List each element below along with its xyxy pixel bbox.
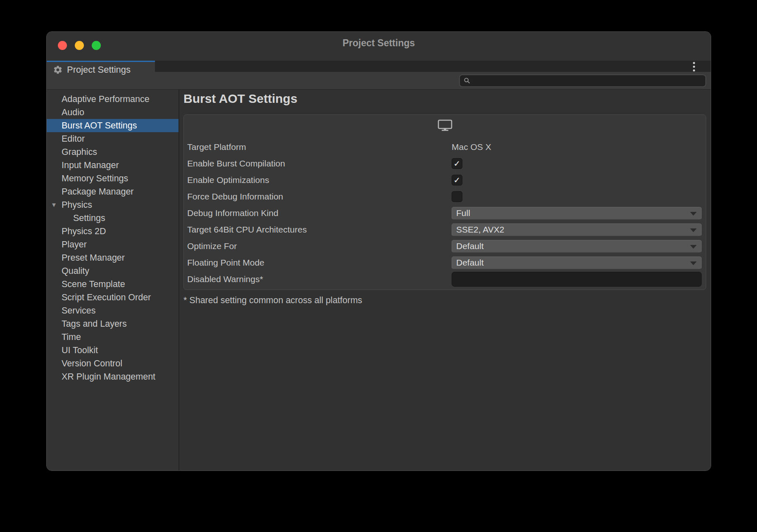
sidebar-item-label: Quality bbox=[62, 266, 89, 276]
foldout-triangle-icon[interactable]: ▼ bbox=[51, 198, 57, 211]
sidebar-item-settings[interactable]: Settings bbox=[47, 211, 179, 225]
tab-label: Project Settings bbox=[67, 64, 131, 75]
target-64bit-cpu-architectures-dropdown[interactable]: SSE2, AVX2 bbox=[452, 223, 702, 236]
sidebar-item-version-control[interactable]: Version Control bbox=[47, 357, 179, 370]
setting-label: Enable Burst Compilation bbox=[187, 159, 452, 169]
project-settings-window: Project Settings Project Settings Adapti… bbox=[46, 31, 711, 471]
kebab-menu-icon[interactable] bbox=[688, 61, 699, 72]
main-panel: Burst AOT Settings Target PlatformMac OS… bbox=[179, 90, 711, 471]
sidebar-item-tags-and-layers[interactable]: Tags and Layers bbox=[47, 317, 179, 330]
dropdown-arrow-icon bbox=[690, 245, 697, 249]
tab-project-settings[interactable]: Project Settings bbox=[47, 61, 155, 77]
setting-label: Enable Optimizations bbox=[187, 175, 452, 185]
tab-strip bbox=[155, 61, 711, 72]
setting-row-floating-point-mode: Floating Point ModeDefault bbox=[184, 254, 706, 271]
force-debug-information-checkbox[interactable] bbox=[452, 191, 462, 202]
dropdown-selected-value: SSE2, AVX2 bbox=[456, 225, 504, 235]
sidebar-item-physics[interactable]: ▼Physics bbox=[47, 198, 179, 211]
setting-value bbox=[452, 191, 702, 202]
search-box[interactable] bbox=[459, 74, 706, 87]
sidebar-item-xr-plugin-management[interactable]: XR Plugin Management bbox=[47, 370, 179, 383]
setting-label: Target 64Bit CPU Architectures bbox=[187, 225, 452, 235]
setting-value bbox=[452, 272, 702, 287]
dropdown-selected-value: Full bbox=[456, 208, 470, 218]
setting-label: Disabled Warnings* bbox=[187, 274, 452, 284]
sidebar-item-burst-aot-settings[interactable]: Burst AOT Settings bbox=[47, 119, 179, 132]
debug-information-kind-dropdown[interactable]: Full bbox=[452, 207, 702, 220]
dropdown-selected-value: Default bbox=[456, 241, 484, 251]
sidebar-item-adaptive-performance[interactable]: Adaptive Performance bbox=[47, 93, 179, 106]
sidebar-item-label: Scene Template bbox=[62, 279, 125, 289]
burst-settings-panel: Target PlatformMac OS XEnable Burst Comp… bbox=[183, 114, 706, 290]
checkmark-icon: ✓ bbox=[454, 176, 461, 184]
setting-value: ✓ bbox=[452, 175, 702, 185]
sidebar-item-package-manager[interactable]: Package Manager bbox=[47, 185, 179, 198]
search-input[interactable] bbox=[473, 76, 705, 86]
sidebar-item-label: Burst AOT Settings bbox=[62, 121, 137, 131]
page-title: Burst AOT Settings bbox=[183, 92, 298, 106]
settings-rows: Target PlatformMac OS XEnable Burst Comp… bbox=[184, 136, 706, 287]
sidebar-item-label: Input Manager bbox=[62, 160, 119, 170]
sidebar-item-time[interactable]: Time bbox=[47, 330, 179, 344]
settings-sidebar: Adaptive PerformanceAudioBurst AOT Setti… bbox=[47, 90, 179, 471]
setting-label: Floating Point Mode bbox=[187, 258, 452, 268]
setting-row-debug-information-kind: Debug Information KindFull bbox=[184, 205, 706, 221]
search-icon bbox=[464, 77, 471, 84]
platform-tab-bar bbox=[184, 115, 706, 136]
sidebar-item-services[interactable]: Services bbox=[47, 304, 179, 317]
setting-label: Optimize For bbox=[187, 241, 452, 251]
enable-burst-compilation-checkbox[interactable]: ✓ bbox=[452, 158, 462, 169]
sidebar-item-label: Script Execution Order bbox=[62, 292, 151, 302]
setting-value: Default bbox=[452, 240, 702, 253]
sidebar-item-audio[interactable]: Audio bbox=[47, 106, 179, 119]
window-title: Project Settings bbox=[47, 38, 711, 49]
setting-value: Mac OS X bbox=[452, 142, 702, 152]
title-bar: Project Settings bbox=[47, 32, 711, 61]
dropdown-arrow-icon bbox=[690, 261, 697, 265]
optimize-for-dropdown[interactable]: Default bbox=[452, 240, 702, 253]
setting-row-enable-burst-compilation: Enable Burst Compilation✓ bbox=[184, 155, 706, 172]
sidebar-item-script-execution-order[interactable]: Script Execution Order bbox=[47, 291, 179, 304]
gear-icon bbox=[53, 65, 63, 75]
setting-label: Debug Information Kind bbox=[187, 208, 452, 218]
sidebar-item-label: Editor bbox=[62, 134, 85, 144]
sidebar-item-label: Memory Settings bbox=[62, 173, 128, 183]
sidebar-item-label: Services bbox=[62, 306, 95, 316]
setting-row-target-platform: Target PlatformMac OS X bbox=[184, 139, 706, 155]
sidebar-item-memory-settings[interactable]: Memory Settings bbox=[47, 172, 179, 185]
target-platform-value: Mac OS X bbox=[452, 142, 491, 152]
sidebar-item-label: Version Control bbox=[62, 359, 122, 368]
sidebar-item-physics-2d[interactable]: Physics 2D bbox=[47, 225, 179, 238]
sidebar-item-preset-manager[interactable]: Preset Manager bbox=[47, 251, 179, 264]
setting-row-target-64bit-cpu-architectures: Target 64Bit CPU ArchitecturesSSE2, AVX2 bbox=[184, 221, 706, 238]
sidebar-item-graphics[interactable]: Graphics bbox=[47, 145, 179, 159]
sidebar-item-label: UI Toolkit bbox=[62, 345, 98, 355]
sidebar-item-label: Time bbox=[62, 332, 81, 342]
dropdown-selected-value: Default bbox=[456, 258, 484, 268]
floating-point-mode-dropdown[interactable]: Default bbox=[452, 256, 702, 269]
sidebar-item-label: Package Manager bbox=[62, 187, 134, 197]
setting-value: ✓ bbox=[452, 158, 702, 169]
dropdown-arrow-icon bbox=[690, 228, 697, 232]
monitor-icon[interactable] bbox=[438, 119, 452, 131]
sidebar-item-label: Physics bbox=[62, 200, 92, 210]
sidebar-item-ui-toolkit[interactable]: UI Toolkit bbox=[47, 344, 179, 357]
sidebar-item-player[interactable]: Player bbox=[47, 238, 179, 251]
tab-toolbar-zone: Project Settings bbox=[47, 61, 711, 89]
sidebar-item-editor[interactable]: Editor bbox=[47, 132, 179, 145]
sidebar-item-label: Adaptive Performance bbox=[62, 94, 150, 104]
setting-value: SSE2, AVX2 bbox=[452, 223, 702, 236]
setting-row-enable-optimizations: Enable Optimizations✓ bbox=[184, 172, 706, 188]
sidebar-item-scene-template[interactable]: Scene Template bbox=[47, 278, 179, 291]
enable-optimizations-checkbox[interactable]: ✓ bbox=[452, 175, 462, 185]
sidebar-item-input-manager[interactable]: Input Manager bbox=[47, 159, 179, 172]
sidebar-item-label: Preset Manager bbox=[62, 253, 125, 263]
setting-value: Full bbox=[452, 207, 702, 220]
dropdown-arrow-icon bbox=[690, 212, 697, 216]
sidebar-item-label: Tags and Layers bbox=[62, 319, 127, 329]
sidebar-item-quality[interactable]: Quality bbox=[47, 264, 179, 278]
sidebar-item-label: Settings bbox=[73, 213, 105, 223]
sidebar-item-label: Player bbox=[62, 240, 87, 249]
setting-row-disabled-warnings: Disabled Warnings* bbox=[184, 271, 706, 287]
disabled-warnings-input[interactable] bbox=[452, 272, 702, 287]
